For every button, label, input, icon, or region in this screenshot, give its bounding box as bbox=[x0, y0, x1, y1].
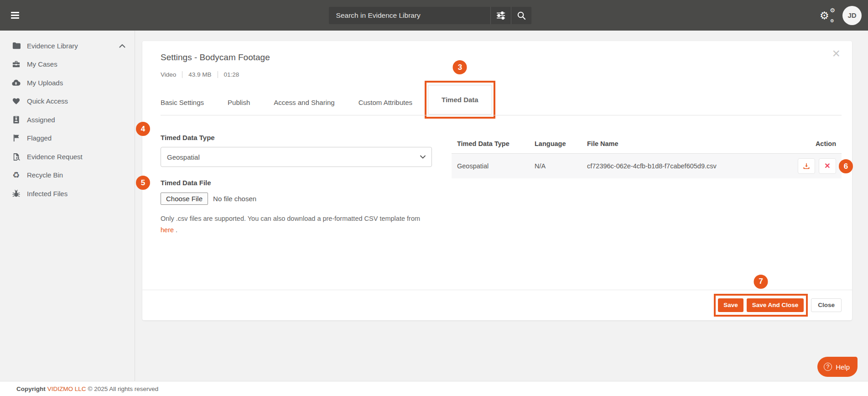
x-icon: ✕ bbox=[824, 162, 830, 170]
divider bbox=[218, 71, 218, 78]
hint-text-end: . bbox=[176, 226, 177, 234]
file-input: Choose File No file chosen bbox=[161, 193, 432, 205]
sidebar-item-label: Quick Access bbox=[27, 97, 68, 105]
tab-timed-data[interactable]: Timed Data bbox=[428, 85, 492, 115]
timed-data-file-label: Timed Data File bbox=[161, 179, 432, 187]
global-search bbox=[329, 7, 531, 24]
sidebar-item-label: Evidence Library bbox=[27, 42, 78, 50]
divider bbox=[182, 71, 182, 78]
timed-data-table: Timed Data Type Language File Name Actio… bbox=[452, 134, 842, 178]
close-button[interactable]: Close bbox=[811, 298, 842, 313]
csv-hint-text: Only .csv files are supported. You can a… bbox=[161, 213, 431, 236]
save-and-close-button[interactable]: Save And Close bbox=[747, 298, 804, 313]
sidebar-item-evidence-request[interactable]: Evidence Request bbox=[0, 147, 135, 166]
media-duration: 01:28 bbox=[224, 71, 239, 78]
hint-text: Only .csv files are supported. You can a… bbox=[161, 215, 420, 222]
timed-data-type-label: Timed Data Type bbox=[161, 134, 432, 141]
csv-template-link[interactable]: here bbox=[161, 226, 174, 234]
sidebar-item-label: Evidence Request bbox=[27, 153, 83, 161]
tab-content: Timed Data Type Geospatial Timed Data Fi… bbox=[161, 115, 842, 290]
search-button[interactable] bbox=[511, 7, 531, 24]
avatar[interactable]: JD bbox=[842, 6, 862, 25]
sidebar-item-recycle-bin[interactable]: ♻ Recycle Bin bbox=[0, 166, 135, 185]
annotation-badge-6: 6 bbox=[839, 159, 853, 173]
filter-sliders-icon bbox=[496, 11, 505, 20]
sidebar-item-quick-access[interactable]: Quick Access bbox=[0, 92, 135, 111]
media-type: Video bbox=[161, 71, 176, 78]
annotation-badge-7: 7 bbox=[754, 275, 768, 289]
timed-data-form: Timed Data Type Geospatial Timed Data Fi… bbox=[161, 134, 432, 290]
sidebar: Evidence Library My Cases My Uploads Qui… bbox=[0, 31, 135, 381]
media-size: 43.9 MB bbox=[188, 71, 211, 78]
page: ⚙⚙⚙ JD Evidence Library My Cases My Uplo… bbox=[0, 0, 868, 396]
sidebar-item-evidence-library[interactable]: Evidence Library bbox=[0, 36, 135, 55]
rights-text: © 2025 All rights reserved bbox=[88, 386, 159, 392]
search-icon bbox=[517, 11, 526, 20]
sidebar-item-flagged[interactable]: Flagged bbox=[0, 129, 135, 148]
table-header-row: Timed Data Type Language File Name Actio… bbox=[452, 134, 842, 154]
annotation-badge-3: 3 bbox=[453, 60, 467, 74]
main-area: Settings - Bodycam Footage × Video 43.9 … bbox=[135, 31, 868, 381]
sidebar-item-label: Infected Files bbox=[27, 190, 68, 198]
col-header-action: Action bbox=[787, 134, 842, 154]
annotation-badge-5: 5 bbox=[136, 176, 150, 190]
question-mark-icon: ? bbox=[824, 363, 832, 371]
annotation-badge-4: 4 bbox=[136, 122, 150, 136]
cell-action: ✕ bbox=[787, 154, 842, 179]
hamburger-menu-icon[interactable] bbox=[11, 10, 19, 20]
col-header-language: Language bbox=[529, 134, 582, 154]
bug-icon bbox=[11, 189, 21, 198]
dialog-footer: 7 Save Save And Close Close bbox=[142, 290, 852, 320]
page-title: Settings - Bodycam Footage bbox=[161, 52, 270, 63]
chevron-up-icon[interactable] bbox=[119, 44, 125, 48]
cell-type: Geospatial bbox=[452, 154, 529, 179]
col-header-type: Timed Data Type bbox=[452, 134, 529, 154]
sidebar-item-label: Flagged bbox=[27, 134, 52, 142]
delete-row-button[interactable]: ✕ bbox=[819, 158, 836, 174]
table-row: Geospatial N/A cf72396c-062e-4cfb-b1d8-f… bbox=[452, 154, 842, 179]
cloud-upload-icon bbox=[11, 78, 21, 87]
heart-icon bbox=[11, 97, 21, 106]
download-icon bbox=[803, 162, 810, 170]
media-meta: Video 43.9 MB 01:28 bbox=[161, 71, 239, 78]
page-footer: Copyright VIDIZMO LLC © 2025 All rights … bbox=[0, 381, 868, 396]
flag-icon bbox=[11, 134, 21, 143]
sidebar-item-my-cases[interactable]: My Cases bbox=[0, 55, 135, 74]
tab-bar: Basic Settings Publish Access and Sharin… bbox=[161, 81, 842, 119]
sidebar-item-label: My Uploads bbox=[27, 79, 63, 87]
annotation-box-save-buttons: 7 Save Save And Close bbox=[714, 294, 808, 317]
help-label: Help bbox=[836, 363, 850, 371]
sidebar-item-assigned[interactable]: Assigned bbox=[0, 110, 135, 129]
sidebar-item-label: Assigned bbox=[27, 116, 55, 124]
copyright-label: Copyright bbox=[16, 386, 46, 392]
recycle-icon: ♻ bbox=[11, 171, 21, 180]
filter-button[interactable] bbox=[491, 7, 511, 24]
vidizmo-link[interactable]: VIDIZMO LLC bbox=[47, 386, 86, 392]
settings-gears-icon[interactable]: ⚙⚙⚙ bbox=[820, 8, 835, 23]
timed-data-table-wrap: Timed Data Type Language File Name Actio… bbox=[452, 134, 842, 290]
evidence-request-icon bbox=[11, 152, 21, 161]
col-header-file-name: File Name bbox=[582, 134, 787, 154]
sidebar-item-infected-files[interactable]: Infected Files bbox=[0, 184, 135, 203]
save-button[interactable]: Save bbox=[718, 298, 743, 313]
help-button[interactable]: ? Help bbox=[817, 357, 858, 377]
folder-icon bbox=[11, 41, 21, 50]
briefcase-icon bbox=[11, 60, 21, 69]
top-bar: ⚙⚙⚙ JD bbox=[0, 0, 868, 31]
timed-data-type-select[interactable]: Geospatial bbox=[161, 147, 432, 167]
cell-language: N/A bbox=[529, 154, 582, 179]
search-input[interactable] bbox=[329, 7, 490, 24]
annotation-box-timed-data-tab: 3 Timed Data bbox=[425, 81, 495, 119]
download-button[interactable] bbox=[798, 158, 815, 174]
id-badge-icon bbox=[11, 115, 21, 124]
close-icon[interactable]: × bbox=[832, 47, 840, 60]
settings-dialog: Settings - Bodycam Footage × Video 43.9 … bbox=[142, 41, 852, 320]
no-file-chosen-text: No file chosen bbox=[213, 195, 256, 203]
sidebar-item-label: My Cases bbox=[27, 60, 57, 68]
cell-file-name: cf72396c-062e-4cfb-b1d8-f7cabef605d9.csv bbox=[582, 154, 787, 179]
choose-file-button[interactable]: Choose File bbox=[161, 193, 208, 205]
timed-data-type-select-wrap: Geospatial bbox=[161, 147, 432, 167]
sidebar-item-my-uploads[interactable]: My Uploads bbox=[0, 73, 135, 92]
topbar-right: ⚙⚙⚙ JD bbox=[820, 6, 862, 25]
sidebar-item-label: Recycle Bin bbox=[27, 171, 63, 179]
